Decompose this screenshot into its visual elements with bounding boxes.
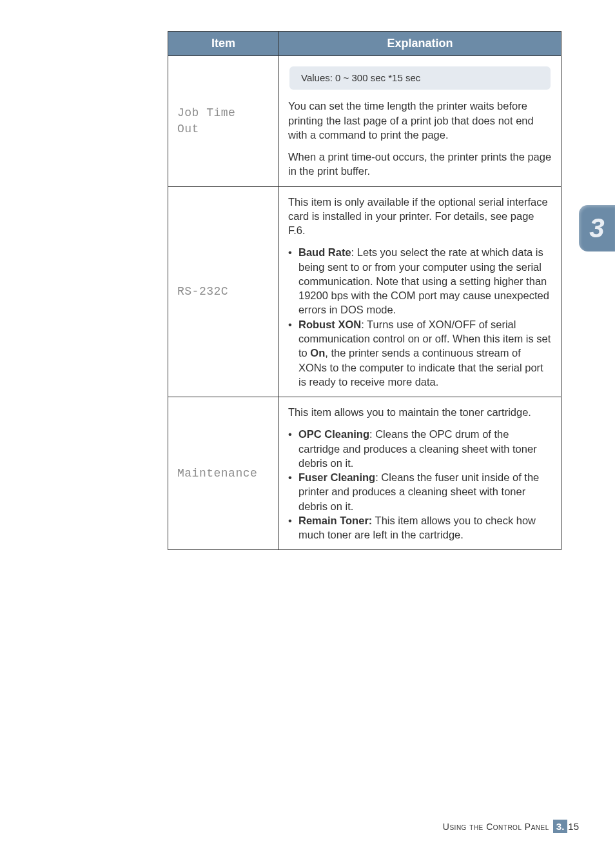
bullet-label: Baud Rate bbox=[298, 246, 351, 258]
bullet-text: , the printer sends a continuous stream … bbox=[298, 347, 543, 388]
bullet-label: OPC Cleaning bbox=[298, 428, 369, 440]
values-box: Values: 0 ~ 300 sec *15 sec bbox=[289, 66, 551, 90]
paragraph: You can set the time length the printer … bbox=[288, 99, 552, 142]
footer-text: Using the Control Panel bbox=[443, 822, 549, 832]
list-item: Baud Rate: Lets you select the rate at w… bbox=[288, 245, 552, 317]
paragraph: This item is only available if the optio… bbox=[288, 195, 552, 238]
footer-page: 15 bbox=[568, 821, 579, 832]
chapter-number: 3 bbox=[589, 213, 604, 244]
explanation-cell: This item allows you to maintain the ton… bbox=[279, 397, 561, 550]
table-row: Maintenance This item allows you to main… bbox=[168, 397, 561, 550]
header-item: Item bbox=[168, 32, 279, 56]
paragraph: When a print time-out occurs, the printe… bbox=[288, 150, 552, 179]
list-item: OPC Cleaning: Cleans the OPC drum of the… bbox=[288, 427, 552, 470]
table-row: Job Time Out Values: 0 ~ 300 sec *15 sec… bbox=[168, 56, 561, 187]
bullet-label: Fuser Cleaning bbox=[298, 471, 375, 483]
list-item: Robust XON: Turns use of XON/OFF of seri… bbox=[288, 317, 552, 389]
bullet-label: Remain Toner: bbox=[298, 515, 372, 526]
bullet-list: Baud Rate: Lets you select the rate at w… bbox=[288, 245, 552, 389]
table-row: RS-232C This item is only available if t… bbox=[168, 186, 561, 397]
item-label-maintenance: Maintenance bbox=[168, 397, 279, 550]
bullet-label: Robust XON bbox=[298, 319, 361, 330]
explanation-cell: This item is only available if the optio… bbox=[279, 186, 561, 397]
list-item: Fuser Cleaning: Cleans the fuser unit in… bbox=[288, 470, 552, 513]
settings-table: Item Explanation Job Time Out Values: 0 … bbox=[168, 31, 561, 550]
item-label-rs232c: RS-232C bbox=[168, 186, 279, 397]
header-explanation: Explanation bbox=[279, 32, 561, 56]
explanation-cell: Values: 0 ~ 300 sec *15 sec You can set … bbox=[279, 56, 561, 187]
paragraph: This item allows you to maintain the ton… bbox=[288, 405, 552, 419]
item-label-job-timeout: Job Time Out bbox=[168, 56, 279, 187]
chapter-tab: 3 bbox=[579, 205, 615, 252]
footer-chapter: 3. bbox=[553, 820, 568, 833]
page-footer: Using the Control Panel 3.15 bbox=[443, 820, 579, 833]
list-item: Remain Toner: This item allows you to ch… bbox=[288, 513, 552, 542]
bullet-list: OPC Cleaning: Cleans the OPC drum of the… bbox=[288, 427, 552, 542]
inline-bold: On bbox=[310, 347, 325, 359]
